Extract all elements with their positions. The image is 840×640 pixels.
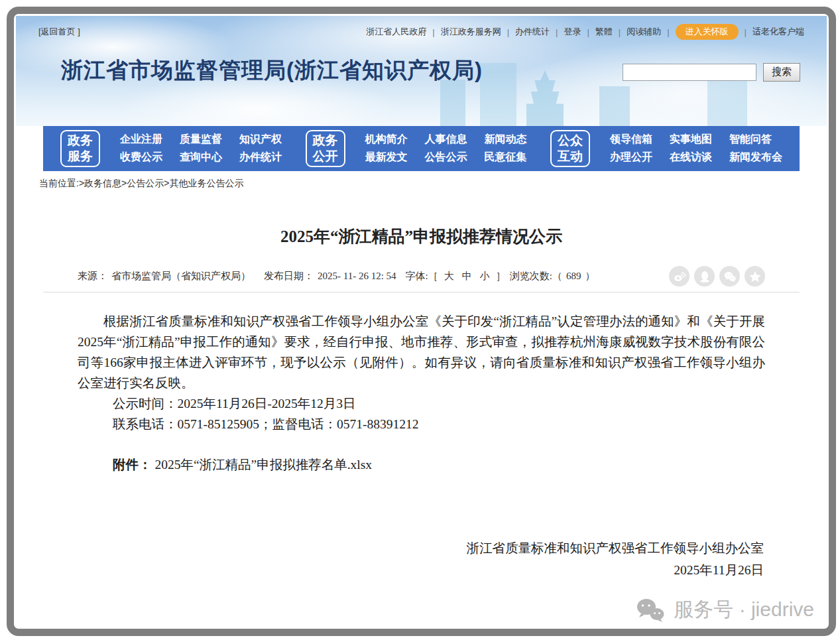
nav-item-case-statistics[interactable]: 办件统计 xyxy=(239,151,282,164)
signature-org: 浙江省质量标准和知识产权强省工作领导小组办公室 xyxy=(78,537,764,559)
views-suffix: ） xyxy=(585,270,595,283)
link-login[interactable]: 登录 xyxy=(564,26,581,38)
link-zj-service-net[interactable]: 浙江政务服务网 xyxy=(441,26,501,38)
main-nav: 政务 服务 企业注册 质量监督 知识产权 收费公示 查询中心 办件统计 政务 公… xyxy=(43,126,800,171)
article: 2025年“浙江精品”申报拟推荐情况公示 来源： 省市场监管局（省知识产权局） … xyxy=(43,225,800,581)
views-count: 689 xyxy=(566,271,581,282)
attachment-line: 附件： 2025年“浙江精品”申报拟推荐名单.xlsx xyxy=(78,454,765,475)
utility-links: 浙江省人民政府 | 浙江政务服务网 | 办件统计 | 登录 | 繁體 | 阅读辅… xyxy=(366,24,804,40)
nav-item-handling-disclosure[interactable]: 办理公开 xyxy=(610,151,652,164)
nav-item-public-opinion[interactable]: 民意征集 xyxy=(485,151,527,164)
nav-item-latest-documents[interactable]: 最新发文 xyxy=(365,151,408,164)
nav-item-press-conference[interactable]: 新闻发布会 xyxy=(729,151,782,164)
font-size-suffix: ］ xyxy=(496,270,506,283)
nav-item-online-interview[interactable]: 在线访谈 xyxy=(670,151,712,164)
nav-group-interaction: 公众 互动 领导信箱 实事地图 智能问答 办理公开 在线访谈 新闻发布会 xyxy=(550,130,782,167)
wechat-icon xyxy=(635,597,666,623)
attachment-link[interactable]: 2025年“浙江精品”申报拟推荐名单.xlsx xyxy=(154,458,372,472)
meta-divider xyxy=(43,292,800,292)
font-size-small[interactable]: 小 xyxy=(480,270,490,283)
nav-item-personnel-info[interactable]: 人事信息 xyxy=(425,133,467,147)
date-value: 2025- 11- 26 12: 54 xyxy=(318,271,396,282)
separator: | xyxy=(587,27,589,37)
weibo-share-icon[interactable] xyxy=(669,266,690,287)
paragraph-main: 根据浙江省质量标准和知识产权强省工作领导小组办公室《关于印发“浙江精品”认定管理… xyxy=(78,311,765,393)
nav-item-enterprise-registration[interactable]: 企业注册 xyxy=(120,133,162,147)
badge-government-services[interactable]: 政务 服务 xyxy=(60,130,100,167)
nav-item-news[interactable]: 新闻动态 xyxy=(485,133,527,147)
wechat-share-icon[interactable] xyxy=(719,266,740,287)
nav-item-intellectual-property[interactable]: 知识产权 xyxy=(239,133,282,147)
nav-group-disclosure: 政务 公开 机构简介 人事信息 新闻动态 最新发文 公告公示 民意征集 xyxy=(306,130,527,167)
site-title: 浙江省市场监督管理局(浙江省知识产权局) xyxy=(61,56,483,86)
share-bar xyxy=(669,266,765,287)
care-version-button[interactable]: 进入关怀版 xyxy=(676,24,739,40)
publicity-period-line: 公示时间：2025年11月26日-2025年12月3日 xyxy=(78,393,765,414)
search-box: 搜索 xyxy=(623,63,800,82)
nav-item-quality-supervision[interactable]: 质量监督 xyxy=(180,133,222,147)
source-value: 省市场监管局（省知识产权局） xyxy=(111,270,251,283)
link-reading-aid[interactable]: 阅读辅助 xyxy=(627,26,661,38)
masthead: 浙江省市场监督管理局(浙江省知识产权局) 搜索 xyxy=(16,40,827,86)
nav-group-services: 政务 服务 企业注册 质量监督 知识产权 收费公示 查询中心 办件统计 xyxy=(60,130,282,167)
nav-links-disclosure: 机构简介 人事信息 新闻动态 最新发文 公告公示 民意征集 xyxy=(365,133,527,164)
link-zj-gov[interactable]: 浙江省人民政府 xyxy=(366,26,426,38)
views-prefix: 浏览次数:（ xyxy=(510,270,562,283)
separator: | xyxy=(619,27,621,37)
signature-date: 2025年11月26日 xyxy=(78,559,764,581)
back-home-link[interactable]: [返回首页 ] xyxy=(38,26,80,38)
article-body: 根据浙江省质量标准和知识产权强省工作领导小组办公室《关于印发“浙江精品”认定管理… xyxy=(78,311,765,475)
page-title: 2025年“浙江精品”申报拟推荐情况公示 xyxy=(78,225,765,247)
nav-links-interaction: 领导信箱 实事地图 智能问答 办理公开 在线访谈 新闻发布会 xyxy=(610,133,782,164)
separator: | xyxy=(507,27,509,37)
skyline-decoration xyxy=(599,86,630,126)
font-size-large[interactable]: 大 xyxy=(444,270,454,283)
nav-links-services: 企业注册 质量监督 知识产权 收费公示 查询中心 办件统计 xyxy=(120,133,282,164)
date-label: 发布日期： xyxy=(264,270,314,283)
nav-item-leader-mailbox[interactable]: 领导信箱 xyxy=(610,133,652,147)
watermark: 服务号 · jiedrive xyxy=(635,596,814,623)
watermark-text: 服务号 · jiedrive xyxy=(674,596,814,623)
link-case-stats[interactable]: 办件统计 xyxy=(515,26,550,38)
source-label: 来源： xyxy=(78,270,107,283)
badge-government-disclosure[interactable]: 政务 公开 xyxy=(306,130,345,167)
skyline-decoration xyxy=(440,80,465,126)
contact-phone-line: 联系电话：0571-85125905；监督电话：0571-88391212 xyxy=(78,414,765,434)
link-traditional-chinese[interactable]: 繁體 xyxy=(595,26,613,38)
signature-block: 浙江省质量标准和知识产权强省工作领导小组办公室 2025年11月26日 xyxy=(78,537,765,581)
separator: | xyxy=(556,27,558,37)
nav-item-org-profile[interactable]: 机构简介 xyxy=(365,133,408,147)
utility-bar: [返回首页 ] 浙江省人民政府 | 浙江政务服务网 | 办件统计 | 登录 | … xyxy=(16,16,827,40)
nav-item-smart-qa[interactable]: 智能问答 xyxy=(729,133,772,147)
badge-public-interaction[interactable]: 公众 互动 xyxy=(550,130,590,167)
qzone-share-icon[interactable] xyxy=(745,266,765,287)
header-banner: [返回首页 ] 浙江省人民政府 | 浙江政务服务网 | 办件统计 | 登录 | … xyxy=(16,16,827,126)
nav-item-query-center[interactable]: 查询中心 xyxy=(180,151,222,164)
article-meta: 来源： 省市场监管局（省知识产权局） 发布日期： 2025- 11- 26 12… xyxy=(78,266,765,287)
page-frame: [返回首页 ] 浙江省人民政府 | 浙江政务服务网 | 办件统计 | 登录 | … xyxy=(7,7,836,636)
font-size-medium[interactable]: 中 xyxy=(462,270,472,283)
search-button[interactable]: 搜索 xyxy=(763,63,800,82)
nav-item-fact-map[interactable]: 实事地图 xyxy=(670,133,712,147)
breadcrumb: 当前位置:>政务信息>公告公示>其他业务公告公示 xyxy=(39,178,827,192)
link-elder-client[interactable]: 适老化客户端 xyxy=(752,26,804,38)
search-input[interactable] xyxy=(623,64,756,81)
qq-share-icon[interactable] xyxy=(694,266,715,287)
separator: | xyxy=(745,27,747,37)
nav-item-announcements[interactable]: 公告公示 xyxy=(425,151,467,164)
font-size-prefix: 字体:［ xyxy=(406,270,438,283)
nav-item-fee-publicity[interactable]: 收费公示 xyxy=(120,151,162,164)
separator: | xyxy=(667,27,669,37)
separator: | xyxy=(432,27,434,37)
attachment-label: 附件： xyxy=(113,458,152,472)
